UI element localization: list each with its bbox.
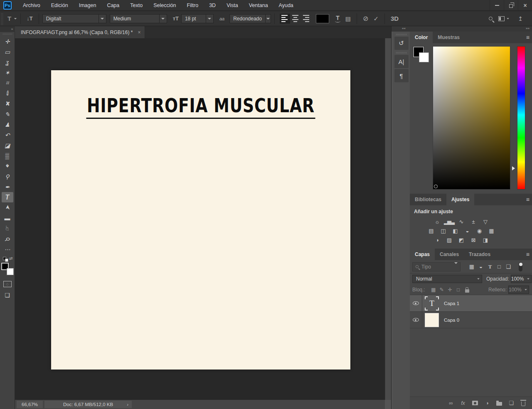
tab-trazados[interactable]: Trazados [464,249,495,260]
filter-pixel-layers-icon[interactable]: ▦ [467,264,476,270]
threshold-icon[interactable]: ◩ [456,236,466,244]
background-color-swatch[interactable] [419,52,429,62]
layer-row-capa-1[interactable]: T Capa 1 [410,295,532,312]
menu-3d[interactable]: 3D [204,0,221,11]
tab-close-icon[interactable]: × [138,30,140,35]
quick-selection-tool[interactable]: ✶ [2,67,13,78]
toggle-panels-icon[interactable]: ▤ [345,15,351,22]
foreground-background-swatches[interactable] [1,263,14,275]
rectangular-marquee-tool[interactable]: ▭ [2,47,13,57]
lock-artboard-icon[interactable]: □ [454,287,463,293]
canvas-text-block[interactable]: HIPERTROFIA MUSCULAR [51,94,350,119]
blend-mode-select[interactable]: Normal [412,275,482,283]
fill-select[interactable]: 100% [508,286,529,294]
align-left-button[interactable] [280,14,290,24]
character-panel-button[interactable]: A| [394,55,409,68]
crop-tool[interactable]: ⌗ [2,78,13,88]
posterize-icon[interactable]: ▨ [444,236,453,244]
pen-tool[interactable]: ✒ [2,182,13,192]
black-white-icon[interactable]: ◧ [451,227,460,234]
curves-icon[interactable]: ∿ [456,218,466,225]
color-picker-marker[interactable] [434,185,438,188]
eraser-tool[interactable]: ◪ [2,140,13,150]
lock-image-icon[interactable]: ✎ [438,287,446,293]
saturation-brightness-field[interactable] [433,46,510,190]
text-color-swatch[interactable] [316,14,329,23]
panel-menu-icon[interactable]: ≡ [526,34,529,41]
new-adjustment-layer-icon[interactable]: ◑ [484,400,490,406]
panel-menu-icon[interactable]: ≡ [526,196,529,203]
lock-position-icon[interactable]: ✛ [446,287,454,293]
pencil-tool[interactable]: ✎ [2,109,13,119]
hue-slider[interactable] [517,46,525,190]
new-group-icon[interactable] [496,401,502,406]
gradient-map-icon[interactable]: ⊠ [468,236,478,244]
tab-muestras[interactable]: Muestras [433,32,465,43]
hand-tool[interactable]: ☞ [2,223,13,234]
anti-alias-select[interactable]: Redondeado [229,14,271,23]
vertical-scrollbar[interactable] [385,38,391,400]
restore-button[interactable] [504,0,518,11]
quick-mask-button[interactable]: ◌ [3,281,12,287]
move-tool[interactable]: ✛ [2,36,13,47]
exposure-icon[interactable]: ± [468,218,478,225]
eyedropper-tool[interactable]: ✐ [2,88,13,99]
font-size-select[interactable]: 18 pt [181,14,214,23]
default-swap-colors[interactable]: ⇄ [2,256,13,262]
tab-ajustes[interactable]: Ajustes [446,194,474,205]
lock-transparency-icon[interactable]: ▦ [429,287,438,293]
doc-size-status[interactable]: Doc: 6,67 MB/512,0 KB › [44,401,132,408]
workspace-switcher[interactable] [498,16,510,21]
brightness-contrast-icon[interactable]: ☼ [432,218,441,225]
tab-bibliotecas[interactable]: Bibliotecas [410,194,446,205]
filter-smart-objects-icon[interactable]: ❏ [504,264,513,270]
3d-mode-button[interactable]: 3D [391,15,399,22]
search-icon[interactable] [489,17,493,20]
zoom-tool[interactable]: ⚲ [2,234,13,244]
layer-row-capa-0[interactable]: Capa 0 [410,312,532,328]
levels-icon[interactable]: ▂▅▃ [444,218,453,225]
font-style-select[interactable]: Medium [110,14,167,23]
lasso-tool[interactable]: ʓ [2,57,13,67]
channel-mixer-icon[interactable]: ◉ [475,227,484,234]
lock-all-icon[interactable] [465,289,469,293]
image-layer-thumbnail[interactable] [425,313,439,327]
filter-toggle-switch[interactable] [519,262,522,271]
filter-shape-layers-icon[interactable]: □ [495,264,504,270]
menu-archivo[interactable]: Archivo [17,0,46,11]
close-button[interactable]: × [518,0,532,11]
cancel-edits-icon[interactable]: ⊘ [363,15,368,22]
opacity-select[interactable]: 100% [511,275,532,283]
photo-filter-icon[interactable]: ◒ [463,227,472,234]
commit-edits-icon[interactable]: ✓ [373,15,379,22]
history-panel-button[interactable]: ↺ [394,37,409,50]
background-color-swatch[interactable] [7,268,14,275]
menu-ayuda[interactable]: Ayuda [273,0,299,11]
layer-style-icon[interactable]: fx [460,400,466,406]
history-brush-tool[interactable]: ↶ [2,130,13,140]
hue-slider-arrow-icon[interactable] [512,166,515,170]
tab-canales[interactable]: Canales [435,249,464,260]
layer-filter-select[interactable]: Tipo [412,262,461,271]
screen-mode-button[interactable]: ❏ [2,290,13,300]
menu-ventana[interactable]: Ventana [244,0,273,11]
canvas[interactable]: HIPERTROFIA MUSCULAR [51,70,350,370]
clone-stamp-tool[interactable]: ♟ [2,119,13,130]
add-layer-mask-icon[interactable] [472,401,478,405]
visibility-cell[interactable] [410,312,422,328]
menu-texto[interactable]: Texto [125,0,148,11]
color-lookup-icon[interactable]: ▦ [487,227,496,234]
menu-vista[interactable]: Vista [221,0,244,11]
font-family-select[interactable]: Digitalt [42,14,106,23]
align-center-button[interactable] [290,14,300,24]
status-chevron-icon[interactable]: › [127,402,128,407]
filter-type-layers-icon[interactable]: T [485,264,495,270]
link-layers-icon[interactable]: ∞ [448,400,454,406]
spot-healing-brush-tool[interactable]: ✚ [2,99,13,109]
vibrance-icon[interactable]: ▽ [480,218,490,225]
expand-panels-icon[interactable]: »» [526,27,530,30]
selective-color-icon[interactable]: ◨ [480,236,490,244]
share-icon[interactable]: ↥ [518,15,523,22]
menu-filtro[interactable]: Filtro [181,0,204,11]
new-layer-icon[interactable]: ❏ [508,400,515,406]
